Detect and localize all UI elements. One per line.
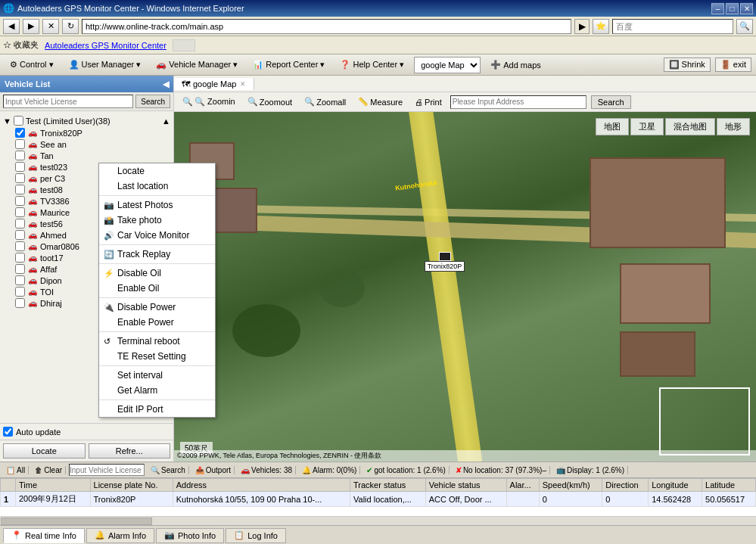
status-all[interactable]: 📋 All	[3, 466, 29, 474]
map-toolbar: 🔍 🔍 Zoomin 🔍 Zoomout 🔍 Zoomall 📏 Measure…	[174, 92, 756, 112]
bottom-tab-alarm-info[interactable]: 🔔Alarm Info	[86, 528, 154, 543]
vehicle-checkbox[interactable]	[15, 139, 25, 149]
vehicle-search-button[interactable]: Search	[135, 95, 170, 108]
status-search[interactable]: 🔍 Search	[148, 466, 189, 474]
vehicle-checkbox[interactable]	[15, 219, 25, 228]
status-outport[interactable]: 📤 Outport	[192, 466, 235, 474]
restore-button[interactable]: □	[726, 3, 739, 14]
context-menu-item[interactable]: Get Alarm	[99, 383, 215, 398]
measure-button[interactable]: 📏 Measure	[354, 95, 406, 108]
vehicle-tree-item[interactable]: 🚗Tronix820P	[3, 127, 170, 138]
vehicle-checkbox[interactable]	[15, 207, 25, 217]
map-type-terrain[interactable]: 地形	[717, 118, 750, 135]
help-center-menu[interactable]: ❓ Help Center ▾	[334, 58, 409, 72]
refresh-button[interactable]: Refre...	[89, 443, 171, 459]
context-menu-item[interactable]: TE Reset Setting	[99, 349, 215, 364]
context-menu-item[interactable]: Locate	[99, 163, 215, 179]
scroll-thumb[interactable]	[1, 518, 152, 525]
context-menu-item[interactable]: ⚡Disable Oil	[99, 266, 215, 281]
context-menu-item[interactable]: 🔄Track Replay	[99, 247, 215, 262]
vehicle-tree-item[interactable]: 🚗Tan	[3, 150, 170, 161]
fav-button[interactable]: ⭐	[593, 19, 609, 34]
vehicle-checkbox[interactable]	[15, 185, 25, 194]
context-menu-item[interactable]: 📸Take photo	[99, 213, 215, 228]
table-column-header: License plate No.	[90, 479, 173, 492]
map-search-button[interactable]: Search	[591, 95, 631, 109]
exit-button[interactable]: 🚪 exit	[715, 58, 751, 72]
map-content[interactable]: Kutnohorská Tronix820P 地图 卫星 混合地图 地形 50英…	[174, 112, 756, 462]
vehicle-checkbox[interactable]	[15, 196, 25, 206]
bottom-tab-real-time-info[interactable]: 📍Real time Info	[3, 528, 85, 543]
vehicle-car-icon: 🚗	[28, 174, 37, 182]
vehicle-manager-menu[interactable]: 🚗 Vehicle Manager ▾	[151, 58, 243, 72]
map-tab-close[interactable]: ✕	[240, 80, 246, 88]
context-menu-item[interactable]: 🔊Car Voice Monitor	[99, 228, 215, 243]
map-type-map[interactable]: 地图	[596, 118, 629, 135]
horizontal-scrollbar[interactable]	[0, 516, 756, 525]
vehicle-license-input[interactable]	[3, 95, 133, 108]
vehicle-checkbox[interactable]	[15, 275, 25, 285]
vehicle-checkbox[interactable]	[15, 128, 25, 138]
control-menu[interactable]: ⚙ ⚙ Control Control ▾	[5, 58, 59, 72]
tree-scroll-up[interactable]: ▲	[162, 117, 170, 126]
user-manager-menu[interactable]: 👤 User Manager ▾	[64, 58, 147, 72]
context-menu-item[interactable]: Last location	[99, 179, 215, 194]
add-maps-menu[interactable]: ➕ Add maps	[485, 58, 546, 72]
context-menu-item[interactable]: ↺Terminal reboot	[99, 334, 215, 349]
vehicle-checkbox[interactable]	[15, 264, 25, 274]
table-row[interactable]: 12009年9月12日Tronix820PKutnohorská 10/55, …	[1, 492, 756, 507]
vehicle-checkbox[interactable]	[15, 173, 25, 183]
context-menu-item[interactable]: Set interval	[99, 368, 215, 383]
collapse-panel-button[interactable]: ◀	[163, 79, 169, 89]
table-column-header: Alar...	[506, 479, 539, 492]
map-type-hybrid[interactable]: 混合地图	[665, 118, 715, 135]
root-checkbox[interactable]	[14, 116, 23, 126]
vehicle-car-icon: 🚗	[28, 299, 37, 307]
status-clear[interactable]: 🗑 Clear	[32, 466, 66, 474]
forward-button[interactable]: ▶	[23, 19, 39, 34]
close-button[interactable]: ✕	[740, 3, 753, 14]
print-button[interactable]: 🖨 Print	[411, 96, 446, 108]
address-bar[interactable]	[82, 19, 571, 34]
vehicle-name-label: test56	[40, 219, 63, 228]
context-menu-item-icon: 📷	[104, 201, 114, 210]
zoomout-button[interactable]: 🔍 Zoomout	[244, 95, 296, 108]
bottom-tab-photo-info[interactable]: 📷Photo Info	[156, 528, 224, 543]
vehicle-checkbox[interactable]	[15, 287, 25, 297]
map-tab-google[interactable]: 🗺 google Map ✕	[174, 78, 254, 90]
search-go-button[interactable]: 🔍	[736, 19, 753, 34]
minimize-button[interactable]: –	[711, 3, 724, 14]
vehicle-checkbox[interactable]	[15, 298, 25, 308]
context-menu-item[interactable]: 🔌Disable Power	[99, 300, 215, 315]
tree-root-item[interactable]: ▼ Test (Limited User)(38) ▲	[3, 114, 170, 127]
context-menu-item[interactable]: 📷Latest Photos	[99, 197, 215, 213]
context-menu-item[interactable]: Enable Oil	[99, 281, 215, 296]
zoomin-button[interactable]: 🔍 🔍 Zoomin	[179, 95, 239, 108]
vehicle-checkbox[interactable]	[15, 151, 25, 160]
auto-update-checkbox[interactable]	[3, 427, 13, 437]
go-button[interactable]: ▶	[574, 19, 590, 34]
vehicle-checkbox[interactable]	[15, 253, 25, 263]
vehicle-checkbox[interactable]	[15, 241, 25, 251]
favorites-link[interactable]: Autoleaders GPS Monitor Center	[45, 41, 166, 50]
status-license-input[interactable]	[69, 464, 145, 476]
bottom-tab-log-info[interactable]: 📋Log Info	[226, 528, 286, 543]
vehicle-tree-item[interactable]: 🚗See an	[3, 138, 170, 150]
locate-button[interactable]: Locate	[3, 443, 86, 459]
context-menu-item[interactable]: Enable Power	[99, 315, 215, 330]
zoomall-button[interactable]: 🔍 Zoomall	[300, 95, 350, 108]
vehicle-checkbox[interactable]	[15, 230, 25, 240]
shrink-button[interactable]: 🔲 Shrink	[664, 58, 711, 72]
context-menu-item[interactable]: Edit IP Port	[99, 402, 215, 417]
stop-button[interactable]: ✕	[42, 19, 59, 34]
report-center-menu[interactable]: 📊 Report Center ▾	[247, 58, 330, 72]
vehicle-checkbox[interactable]	[15, 162, 25, 172]
browser-search[interactable]	[612, 19, 733, 34]
favorites-label[interactable]: ☆ 收藏夹	[3, 39, 39, 51]
map-selector[interactable]: google Map Bing Map	[414, 57, 481, 73]
refresh-button[interactable]: ↻	[62, 19, 79, 34]
search-icon: 🔍	[151, 466, 160, 474]
map-address-input[interactable]	[450, 95, 586, 109]
back-button[interactable]: ◀	[3, 19, 20, 34]
map-type-satellite[interactable]: 卫星	[630, 118, 664, 135]
